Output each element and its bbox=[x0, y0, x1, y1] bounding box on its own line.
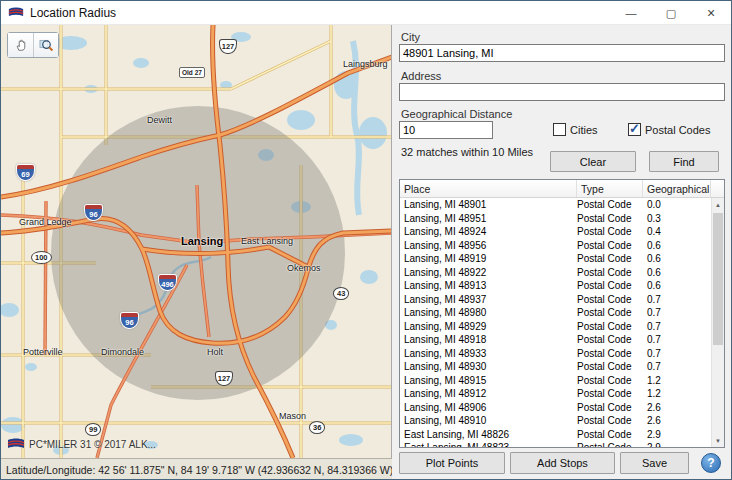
cell-place: Lansing, MI 48915 bbox=[400, 374, 577, 388]
geographical-distance-input[interactable] bbox=[399, 121, 493, 139]
hand-icon bbox=[14, 38, 28, 52]
cell-distance: 0.7 bbox=[643, 333, 711, 347]
cell-place: East Lansing, MI 48826 bbox=[400, 428, 577, 442]
column-header-geographical-distance[interactable]: Geographical Di bbox=[643, 180, 711, 197]
cell-distance: 0.0 bbox=[643, 198, 711, 212]
table-row[interactable]: Lansing, MI 48937 Postal Code 0.7 bbox=[400, 293, 724, 307]
plot-points-button[interactable]: Plot Points bbox=[399, 452, 505, 474]
table-row[interactable]: East Lansing, MI 48826 Postal Code 2.9 bbox=[400, 428, 724, 442]
pan-tool-button[interactable] bbox=[8, 33, 33, 57]
table-row[interactable]: Lansing, MI 48929 Postal Code 0.7 bbox=[400, 320, 724, 334]
cell-type: Postal Code bbox=[577, 306, 643, 320]
table-row[interactable]: Lansing, MI 48915 Postal Code 1.2 bbox=[400, 374, 724, 388]
cities-checkbox[interactable]: Cities bbox=[553, 123, 598, 136]
table-row[interactable]: Lansing, MI 48956 Postal Code 0.6 bbox=[400, 239, 724, 253]
results-table: Place Type Geographical Di Lansing, MI 4… bbox=[399, 179, 725, 448]
cell-distance: 0.7 bbox=[643, 293, 711, 307]
cell-distance: 0.6 bbox=[643, 279, 711, 293]
table-row[interactable]: Lansing, MI 48913 Postal Code 0.6 bbox=[400, 279, 724, 293]
results-table-body: Lansing, MI 48901 Postal Code 0.0 Lansin… bbox=[400, 198, 724, 448]
scroll-up-arrow[interactable]: ▲ bbox=[712, 198, 724, 211]
cell-place: Lansing, MI 48901 bbox=[400, 198, 577, 212]
cell-distance: 2.6 bbox=[643, 401, 711, 415]
cell-distance: 1.2 bbox=[643, 374, 711, 388]
map-label-east-lansing: East Lansing bbox=[241, 236, 293, 246]
cell-type: Postal Code bbox=[577, 320, 643, 334]
city-input[interactable] bbox=[399, 44, 725, 62]
map-label-grand-ledge: Grand Ledge bbox=[19, 217, 72, 227]
clear-button[interactable]: Clear bbox=[550, 151, 636, 172]
address-label: Address bbox=[401, 70, 441, 82]
table-row[interactable]: Lansing, MI 48980 Postal Code 0.7 bbox=[400, 306, 724, 320]
postal-codes-checkbox-box[interactable] bbox=[628, 123, 641, 136]
help-button[interactable]: ? bbox=[701, 453, 721, 473]
minimize-button[interactable]: — bbox=[611, 1, 651, 25]
cell-place: Lansing, MI 48929 bbox=[400, 320, 577, 334]
cell-type: Postal Code bbox=[577, 347, 643, 361]
cell-place: Lansing, MI 48980 bbox=[400, 306, 577, 320]
cell-distance: 1.2 bbox=[643, 387, 711, 401]
cell-place: Lansing, MI 48956 bbox=[400, 239, 577, 253]
matches-count-text: 32 matches within 10 Miles bbox=[401, 146, 533, 158]
table-scrollbar[interactable]: ▲ ▼ bbox=[711, 198, 724, 447]
postal-codes-checkbox[interactable]: Postal Codes bbox=[628, 123, 710, 136]
cell-place: Lansing, MI 48918 bbox=[400, 333, 577, 347]
map-label-holt: Holt bbox=[207, 347, 223, 357]
map-label-okemos: Okemos bbox=[287, 263, 321, 273]
close-button[interactable]: × bbox=[691, 1, 731, 25]
table-row[interactable]: Lansing, MI 48922 Postal Code 0.6 bbox=[400, 266, 724, 280]
cell-type: Postal Code bbox=[577, 198, 643, 212]
window-controls: — ▢ × bbox=[611, 1, 731, 25]
table-row[interactable]: Lansing, MI 48919 Postal Code 0.6 bbox=[400, 252, 724, 266]
cell-type: Postal Code bbox=[577, 441, 643, 448]
city-label: City bbox=[401, 31, 420, 43]
zoom-tool-button[interactable] bbox=[33, 33, 58, 57]
cell-type: Postal Code bbox=[577, 414, 643, 428]
cell-distance: 0.6 bbox=[643, 239, 711, 253]
table-row[interactable]: Lansing, MI 48918 Postal Code 0.7 bbox=[400, 333, 724, 347]
lat-long-readout: Latitude/Longitude: 42 56' 11.875" N, 84… bbox=[6, 464, 392, 476]
cities-checkbox-box[interactable] bbox=[553, 123, 566, 136]
save-button[interactable]: Save bbox=[620, 452, 689, 474]
table-row[interactable]: Lansing, MI 48951 Postal Code 0.3 bbox=[400, 212, 724, 226]
table-row[interactable]: Lansing, MI 48912 Postal Code 1.2 bbox=[400, 387, 724, 401]
cell-place: Lansing, MI 48937 bbox=[400, 293, 577, 307]
copyright-text: PC*MILER 31 © 2017 ALK... bbox=[29, 439, 156, 450]
cell-type: Postal Code bbox=[577, 293, 643, 307]
cities-checkbox-label: Cities bbox=[570, 124, 598, 136]
cell-distance: 0.3 bbox=[643, 212, 711, 226]
cell-type: Postal Code bbox=[577, 360, 643, 374]
table-row[interactable]: Lansing, MI 48930 Postal Code 0.7 bbox=[400, 360, 724, 374]
maximize-button[interactable]: ▢ bbox=[651, 1, 691, 25]
map-copyright: PC*MILER 31 © 2017 ALK... bbox=[7, 438, 156, 450]
cell-distance: 0.7 bbox=[643, 306, 711, 320]
table-row[interactable]: Lansing, MI 48906 Postal Code 2.6 bbox=[400, 401, 724, 415]
cell-place: Lansing, MI 48933 bbox=[400, 347, 577, 361]
map-canvas[interactable]: Dewitt Grand Ledge Lansing East Lansing … bbox=[1, 25, 392, 458]
scroll-down-arrow[interactable]: ▼ bbox=[712, 434, 724, 447]
search-panel: City Address Geographical Distance Citie… bbox=[393, 25, 732, 480]
cell-place: Lansing, MI 48951 bbox=[400, 212, 577, 226]
table-row[interactable]: Lansing, MI 48924 Postal Code 0.4 bbox=[400, 225, 724, 239]
cell-distance: 2.6 bbox=[643, 414, 711, 428]
table-row[interactable]: Lansing, MI 48933 Postal Code 0.7 bbox=[400, 347, 724, 361]
map-label-lansing: Lansing bbox=[181, 235, 223, 247]
column-header-type[interactable]: Type bbox=[577, 180, 643, 197]
scroll-thumb[interactable] bbox=[713, 213, 723, 345]
cell-place: Lansing, MI 48922 bbox=[400, 266, 577, 280]
cell-type: Postal Code bbox=[577, 279, 643, 293]
cell-place: Lansing, MI 48906 bbox=[400, 401, 577, 415]
address-input[interactable] bbox=[399, 83, 725, 101]
cell-type: Postal Code bbox=[577, 428, 643, 442]
cell-distance: 2.9 bbox=[643, 441, 711, 448]
add-stops-button[interactable]: Add Stops bbox=[510, 452, 615, 474]
map-label-mason: Mason bbox=[279, 411, 306, 421]
table-row[interactable]: Lansing, MI 48901 Postal Code 0.0 bbox=[400, 198, 724, 212]
results-table-header: Place Type Geographical Di bbox=[400, 180, 724, 198]
window-title: Location Radius bbox=[30, 6, 116, 20]
table-row[interactable]: Lansing, MI 48910 Postal Code 2.6 bbox=[400, 414, 724, 428]
find-button[interactable]: Find bbox=[649, 151, 719, 172]
postal-codes-checkbox-label: Postal Codes bbox=[645, 124, 710, 136]
table-row[interactable]: East Lansing, MI 48823 Postal Code 2.9 bbox=[400, 441, 724, 448]
column-header-place[interactable]: Place bbox=[400, 180, 577, 197]
